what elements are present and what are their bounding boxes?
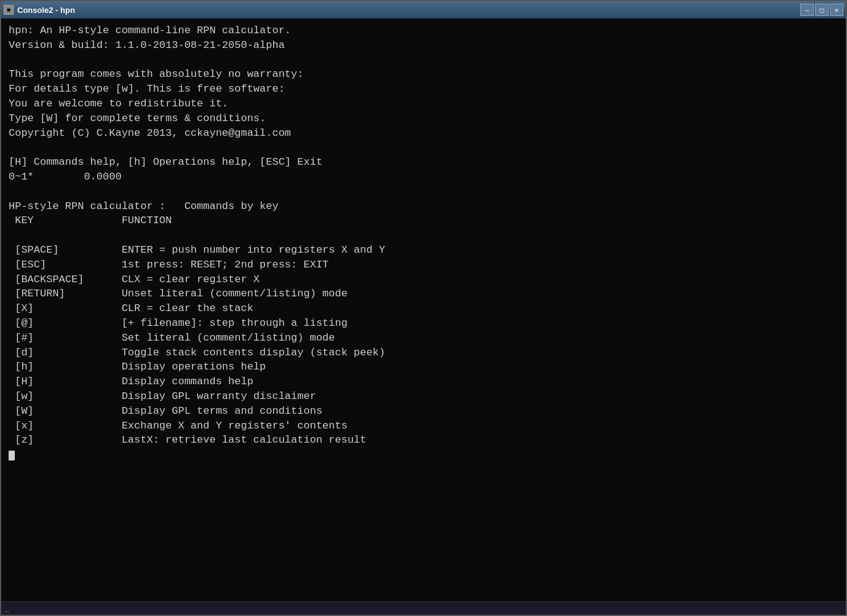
terminal-line: [RETURN] Unset literal (comment/listing)… xyxy=(9,286,838,301)
terminal-line xyxy=(9,184,838,199)
app-icon-glyph: ■ xyxy=(7,7,10,14)
window-frame: ■ Console2 - hpn — □ ✕ hpn: An HP-style … xyxy=(0,0,847,616)
terminal-line: [X] CLR = clear the stack xyxy=(9,301,838,316)
terminal-line: This program comes with absolutely no wa… xyxy=(9,67,838,82)
terminal-line: [d] Toggle stack contents display (stack… xyxy=(9,346,838,360)
terminal-line: [H] Commands help, [h] Operations help, … xyxy=(9,155,838,170)
app-icon: ■ xyxy=(4,5,14,15)
terminal-line: [ESC] 1st press: RESET; 2nd press: EXIT xyxy=(9,258,838,272)
terminal-line: [w] Display GPL warranty disclaimer xyxy=(9,389,838,404)
terminal-line: Version & build: 1.1.0-2013-08-21-2050-a… xyxy=(9,38,838,53)
window-title: Console2 - hpn xyxy=(17,6,75,15)
terminal-line: HP-style RPN calculator : Commands by ke… xyxy=(9,199,838,214)
terminal-line: [SPACE] ENTER = push number into registe… xyxy=(9,243,838,258)
terminal-line: hpn: An HP-style command-line RPN calcul… xyxy=(9,23,838,38)
terminal-line: 0~1* 0.0000 xyxy=(9,170,838,184)
title-bar-left: ■ Console2 - hpn xyxy=(4,5,75,15)
terminal-line xyxy=(9,228,838,243)
terminal-line: [BACKSPACE] CLX = clear register X xyxy=(9,272,838,287)
terminal-cursor-line xyxy=(9,448,838,462)
terminal-line xyxy=(9,53,838,68)
terminal-line: [h] Display operations help xyxy=(9,360,838,374)
terminal-line: [H] Display commands help xyxy=(9,374,838,389)
terminal-line: [@] [+ filename]: step through a listing xyxy=(9,316,838,331)
terminal-line: KEY FUNCTION xyxy=(9,213,838,228)
terminal-body: hpn: An HP-style command-line RPN calcul… xyxy=(1,18,846,601)
terminal-line: [#] Set literal (comment/listing) mode xyxy=(9,331,838,346)
terminal-line: [x] Exchange X and Y registers' contents xyxy=(9,419,838,433)
terminal-line xyxy=(9,140,838,155)
close-button[interactable]: ✕ xyxy=(830,4,843,16)
terminal-line: Type [W] for complete terms & conditions… xyxy=(9,111,838,126)
terminal-line: For details type [w]. This is free softw… xyxy=(9,82,838,97)
window-controls: — □ ✕ xyxy=(800,4,843,16)
terminal-line: [z] LastX: retrieve last calculation res… xyxy=(9,433,838,448)
maximize-button[interactable]: □ xyxy=(815,4,829,16)
title-bar: ■ Console2 - hpn — □ ✕ xyxy=(1,1,846,18)
status-text: _ xyxy=(5,604,9,613)
cursor xyxy=(9,451,15,460)
status-bar: _ xyxy=(1,601,846,615)
terminal-line: [W] Display GPL terms and conditions xyxy=(9,404,838,419)
minimize-button[interactable]: — xyxy=(800,4,814,16)
terminal-line: You are welcome to redistribute it. xyxy=(9,97,838,111)
terminal-line: Copyright (C) C.Kayne 2013, cckayne@gmai… xyxy=(9,126,838,141)
